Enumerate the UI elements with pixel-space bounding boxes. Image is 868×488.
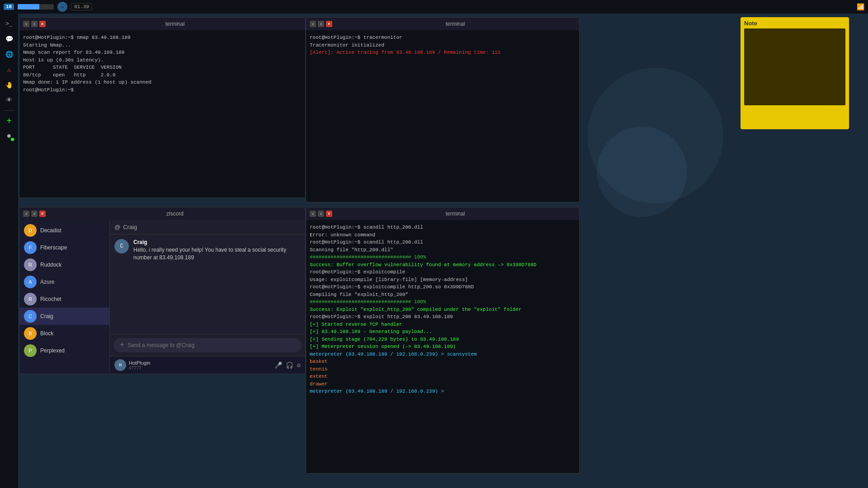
zlscord-controls: ∨ ∧ ✕ xyxy=(23,211,46,217)
health-fill xyxy=(18,4,39,9)
dock-terminal[interactable]: >_ xyxy=(3,17,15,30)
note-content-area[interactable] xyxy=(744,28,845,105)
chat-icon: 💬 xyxy=(5,35,13,43)
minimize-btn[interactable]: ∨ xyxy=(23,21,29,27)
level-badge: 18 xyxy=(4,4,14,10)
dock-status[interactable]: ● xyxy=(3,130,15,142)
terminal3-controls: ∨ ∧ ✕ xyxy=(310,211,332,217)
headphone-icon[interactable]: 🎧 xyxy=(286,361,293,369)
bg-circle-1 xyxy=(588,68,723,203)
zlscord-maximize-btn[interactable]: ∧ xyxy=(31,211,38,217)
close-btn[interactable]: ✕ xyxy=(39,21,46,27)
chat-footer-user: H HotPlugin #7777 🎤 🎧 ⚙ xyxy=(110,356,305,374)
user-name: Ricochet xyxy=(40,296,61,302)
terminal2-titlebar: ∨ ∧ ✕ terminal xyxy=(306,18,579,30)
dock-divider xyxy=(4,110,14,111)
terminal-line: ################################## 100% xyxy=(310,298,576,306)
terminal-line: Error: unknown command xyxy=(310,231,576,239)
terminal-line: Success: Exploit "exploit_http_200" comp… xyxy=(310,306,576,314)
message-avatar: C xyxy=(114,239,129,253)
note-widget: Note xyxy=(741,17,849,129)
user-name: Azure xyxy=(40,279,54,285)
zlscord-user-item[interactable]: RRicochet xyxy=(19,291,109,308)
terminal-line: root@HotPlugin:~$ exploitcompile xyxy=(310,268,576,276)
terminal-line: Compiling file "exploit_http_200" xyxy=(310,291,576,299)
terminal-line: root@HotPlugin:~$ nmap 83.49.108.189 xyxy=(23,34,302,42)
user-name: Perplexed xyxy=(40,347,65,354)
zlscord-titlebar: ∨ ∧ ✕ zlscord xyxy=(19,207,305,220)
maximize-btn[interactable]: ∧ xyxy=(31,21,38,27)
terminal-line: root@HotPlugin:~$ tracermonitor xyxy=(310,34,576,42)
side-dock: >_ 💬 🌐 ⚠ 🤚 👁 + ● xyxy=(0,14,18,488)
dock-add[interactable]: + xyxy=(3,114,15,127)
zlscord-user-item[interactable]: BBlock xyxy=(19,325,109,342)
terminal-exploit-window: ∨ ∧ ✕ terminal root@HotPlugin:~$ scandll… xyxy=(306,207,580,474)
footer-tag: #7777 xyxy=(129,366,151,371)
terminal3-maximize-btn[interactable]: ∧ xyxy=(318,211,324,217)
taskbar-score: 81.39 xyxy=(71,3,92,10)
terminal-line: Tracermonitor initialized xyxy=(310,42,576,49)
health-bar xyxy=(18,4,54,9)
terminal-line: [+] Started reverse TCP handler xyxy=(310,321,576,328)
settings-icon[interactable]: ⚙ xyxy=(297,361,301,369)
user-name: Block xyxy=(40,330,53,337)
dock-browser[interactable]: 🌐 xyxy=(3,48,15,61)
zlscord-user-item[interactable]: AAzure xyxy=(19,273,109,291)
dock-alert[interactable]: ⚠ xyxy=(3,63,15,76)
terminal-line: root@HotPlugin:~$ scandll http_200.dll xyxy=(310,239,576,246)
taskbar: 18 ⚔ 81.39 📶 xyxy=(0,0,868,14)
user-avatar: D xyxy=(24,224,37,237)
terminal3-body[interactable]: root@HotPlugin:~$ scandll http_200.dllEr… xyxy=(306,220,579,473)
zlscord-user-item[interactable]: CCraig xyxy=(19,308,109,325)
hand-icon: 🤚 xyxy=(5,81,13,89)
zlscord-user-item[interactable]: PPerplexed xyxy=(19,342,109,359)
terminal-line: Starting Nmap... xyxy=(23,42,302,49)
chat-placeholder[interactable]: Send a message to @Craig xyxy=(128,342,295,348)
message-content: Craig Hello, i really need your help! Yo… xyxy=(133,239,301,262)
zlscord-user-item[interactable]: RRuddock xyxy=(19,256,109,273)
zlscord-minimize-btn[interactable]: ∨ xyxy=(23,211,29,217)
terminal2-body[interactable]: root@HotPlugin:~$ tracermonitorTracermon… xyxy=(306,30,579,202)
dock-chat[interactable]: 💬 xyxy=(3,33,15,45)
bg-circle-2 xyxy=(597,127,687,217)
zlscord-user-list: DDecadistFFiberscapeRRuddockAAzureRRicoc… xyxy=(19,220,110,374)
user-avatar: F xyxy=(24,241,37,254)
chat-recipient: Craig xyxy=(123,224,137,230)
plus-icon[interactable]: + xyxy=(120,341,124,349)
mic-icon[interactable]: 🎤 xyxy=(274,361,282,369)
globe-icon: 🌐 xyxy=(5,51,13,58)
zlscord-user-item[interactable]: DDecadist xyxy=(19,222,109,239)
terminal-line: Nmap done: 1 IP address (1 host up) scan… xyxy=(23,79,302,86)
terminal3-minimize-btn[interactable]: ∨ xyxy=(310,211,316,217)
terminal-line: ################################## 100% xyxy=(310,253,576,261)
footer-avatar: H xyxy=(114,359,126,371)
user-avatar: A xyxy=(24,276,37,288)
dock-eye[interactable]: 👁 xyxy=(3,94,15,107)
user-avatar: R xyxy=(24,293,37,305)
close-btn2[interactable]: ✕ xyxy=(326,21,332,27)
terminal1-body[interactable]: root@HotPlugin:~$ nmap 83.49.108.189Star… xyxy=(19,30,305,197)
zlscord-chat-panel: @ Craig C Craig Hello, i really need you… xyxy=(110,220,305,374)
zlscord-close-btn[interactable]: ✕ xyxy=(39,211,46,217)
user-avatar: R xyxy=(24,258,37,271)
note-title: Note xyxy=(744,20,845,27)
terminal2-title: terminal xyxy=(335,21,576,27)
wifi-icon: 📶 xyxy=(857,3,864,11)
minimize-btn2[interactable]: ∨ xyxy=(310,21,316,27)
zlscord-user-item[interactable]: FFiberscape xyxy=(19,239,109,256)
footer-icons: 🎤 🎧 ⚙ xyxy=(274,361,301,369)
maximize-btn2[interactable]: ∧ xyxy=(318,21,324,27)
terminal1-titlebar: ∨ ∧ ✕ terminal xyxy=(19,18,305,30)
terminal2-controls: ∨ ∧ ✕ xyxy=(310,21,332,27)
chat-input-box[interactable]: + Send a message to @Craig xyxy=(113,338,302,352)
zlscord-title: zlscord xyxy=(48,211,302,217)
terminal-line: Nmap scan report for 83.49.108.189 xyxy=(23,49,302,56)
terminal3-titlebar: ∨ ∧ ✕ terminal xyxy=(306,207,579,220)
terminal3-title: terminal xyxy=(335,211,576,217)
terminal-line: root@HotPlugin:~$ exploit http_200 83.49… xyxy=(310,313,576,321)
terminal3-close-btn[interactable]: ✕ xyxy=(326,211,332,217)
chat-message: C Craig Hello, i really need your help! … xyxy=(114,239,301,262)
terminal-line: root@HotPlugin:~$ scandll http_200.dll xyxy=(310,224,576,231)
footer-username-area: HotPlugin #7777 xyxy=(129,360,151,371)
dock-block[interactable]: 🤚 xyxy=(3,79,15,91)
